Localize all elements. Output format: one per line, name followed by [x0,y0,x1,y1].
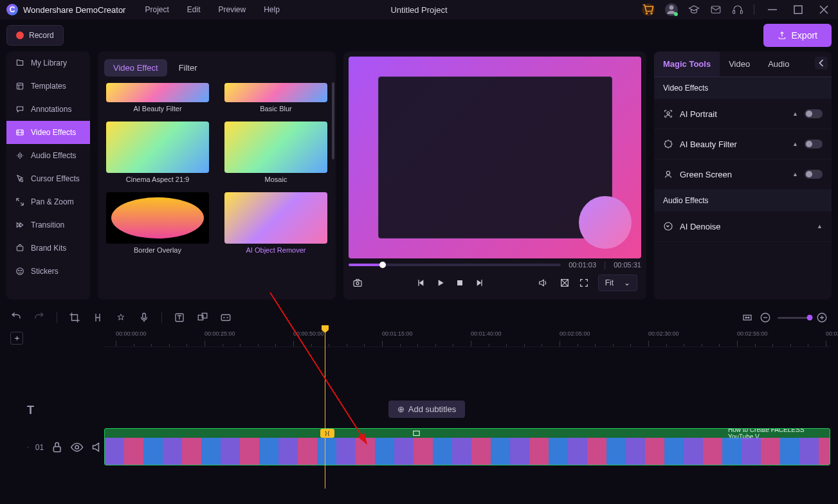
sidebar-item-library[interactable]: My Library [6,51,90,75]
chevron-up-icon: ▲ [792,111,798,117]
sidebar-item-audio-effects[interactable]: Audio Effects [6,144,90,167]
play-icon[interactable] [435,278,446,288]
sidebar-item-annotations[interactable]: Annotations [6,98,90,121]
effect-basic-blur[interactable]: Basic Blur [223,83,329,113]
templates-icon [15,82,24,91]
toggle-ai-beauty[interactable] [805,140,823,148]
brand-kits-icon [15,244,24,253]
user-icon[interactable] [665,3,678,16]
chevron-up-icon: ▲ [792,141,798,147]
add-track-button[interactable]: ＋ [10,332,23,345]
close-button[interactable] [816,2,832,17]
ruler-mark: 00:01:15:00 [382,330,413,337]
graduation-icon[interactable] [688,4,700,15]
fullscreen-icon[interactable] [579,278,589,288]
prev-frame-icon[interactable] [416,278,426,288]
effect-thumbnail [106,83,209,102]
sidebar-label: Brand Kits [31,244,66,253]
record-button[interactable]: Record [6,25,64,46]
preview-screen[interactable] [349,57,641,258]
mail-icon[interactable] [710,4,722,15]
menu-project[interactable]: Project [145,5,169,14]
safe-zone-icon[interactable] [560,278,570,288]
properties-panel: Magic Tools Video Audio Video Effects AI… [654,51,832,300]
undo-button[interactable] [10,312,22,323]
export-button[interactable]: Export [763,24,832,47]
tab-magic-tools[interactable]: Magic Tools [654,51,720,76]
effect-mosaic[interactable]: Mosaic [223,122,329,183]
cursor-effects-icon [15,174,24,183]
timeline-toolbar [0,306,838,329]
voiceover-button[interactable] [138,312,150,323]
video-clip[interactable]: How to Create FACELESS YouTube V... ⟩⟨ [104,428,830,465]
sidebar-item-pan-zoom[interactable]: Pan & Zoom [6,190,90,213]
title-bar: C Wondershare DemoCreator Project Edit P… [0,0,838,19]
volume-icon[interactable] [538,278,548,288]
menu-preview[interactable]: Preview [219,5,246,14]
effect-border-overlay[interactable]: Border Overlay [104,192,211,254]
sidebar-label: Templates [31,82,66,91]
crop-button[interactable] [69,312,80,323]
svg-rect-29 [414,431,419,436]
sidebar-label: Audio Effects [31,151,77,160]
toggle-green-screen[interactable] [805,170,823,179]
text-button[interactable] [174,312,185,323]
tab-video-effect[interactable]: Video Effect [104,59,167,76]
svg-point-14 [667,112,669,114]
tab-video[interactable]: Video [720,51,759,76]
effect-ai-object-remover[interactable]: AI Object Remover [223,192,329,254]
minimize-button[interactable] [765,2,780,17]
video-track-content[interactable]: How to Create FACELESS YouTube V... ⟩⟨ [104,428,830,467]
playhead[interactable] [325,329,325,489]
prop-ai-beauty-filter[interactable]: AI Beauty Filter ▲ [654,129,832,159]
mute-icon[interactable] [91,440,104,454]
time-current: 00:01:03 [569,261,596,269]
eye-icon[interactable] [70,440,84,454]
sidebar-item-brand-kits[interactable]: Brand Kits [6,237,90,260]
effect-ai-beauty-filter[interactable]: AI Beauty Filter [104,83,211,113]
section-video-effects: Video Effects [654,77,832,99]
zoom-fit-button[interactable] [742,312,753,323]
tab-audio[interactable]: Audio [759,51,798,76]
sidebar-item-video-effects[interactable]: Video Effects [6,121,90,144]
tab-filter[interactable]: Filter [170,59,206,76]
marker-button[interactable] [115,312,127,323]
video-effects-icon [15,128,24,137]
progress-track[interactable] [349,264,561,266]
stop-icon[interactable] [455,278,465,288]
zoom-in-button[interactable] [816,312,828,323]
headphones-icon[interactable] [732,4,743,15]
green-screen-icon [663,169,673,179]
zoom-out-button[interactable] [760,312,771,323]
menu-edit[interactable]: Edit [187,5,201,14]
add-subtitles-button[interactable]: ⊕Add subtitles [388,401,465,418]
redo-button[interactable] [33,312,45,323]
split-button[interactable] [92,312,104,323]
sidebar-item-stickers[interactable]: Stickers [6,260,90,283]
toggle-ai-portrait[interactable] [805,109,823,118]
fit-select[interactable]: Fit⌄ [598,274,637,291]
cart-icon[interactable] [642,3,655,16]
clip-split-handle[interactable]: ⟩⟨ [320,429,334,438]
project-title: Untitled Project [390,5,447,15]
sidebar-item-cursor-effects[interactable]: Cursor Effects [6,167,90,190]
collapse-panel-button[interactable] [815,57,828,69]
zoom-slider[interactable] [778,317,810,319]
maximize-button[interactable] [790,2,806,17]
auto-caption-button[interactable] [220,312,232,323]
svg-rect-1 [711,6,720,14]
prop-ai-denoise[interactable]: AI Denoise ▲ [654,212,832,242]
prop-green-screen[interactable]: Green Screen ▲ [654,159,832,190]
effects-scrollbar[interactable] [332,82,334,159]
prop-ai-portrait[interactable]: AI Portrait ▲ [654,99,832,129]
sidebar-item-templates[interactable]: Templates [6,75,90,98]
sidebar-item-transition[interactable]: Transition [6,213,90,237]
group-button[interactable] [197,312,208,323]
transition-icon [15,221,24,230]
snapshot-icon[interactable] [352,278,363,288]
timeline-ruler[interactable]: 00:00:00:0000:00:25:0000:00:50:0000:01:1… [104,329,830,347]
effect-cinema-aspect[interactable]: Cinema Aspect 21:9 [104,122,211,183]
lock-icon[interactable] [50,440,64,454]
menu-help[interactable]: Help [264,5,280,14]
next-frame-icon[interactable] [474,278,484,288]
